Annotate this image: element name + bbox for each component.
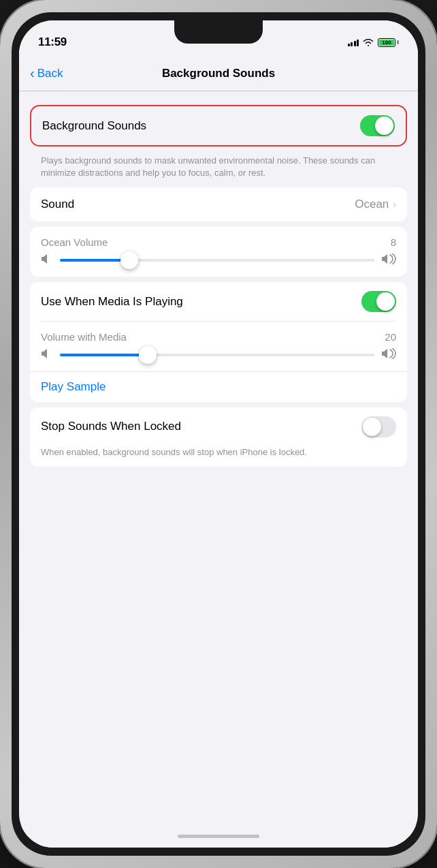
background-sounds-toggle[interactable] [360, 115, 395, 136]
sound-chevron-icon: › [393, 199, 396, 210]
phone-inner: 11:59 [12, 12, 425, 856]
stop-sounds-description: When enabled, background sounds will sto… [30, 446, 407, 467]
status-bar: 11:59 [19, 20, 418, 56]
background-sounds-label: Background Sounds [42, 119, 146, 133]
play-sample-button[interactable]: Play Sample [41, 380, 106, 394]
volume-high-icon [381, 253, 396, 267]
media-volume-high-icon [381, 348, 396, 362]
phone-frame: 11:59 [0, 0, 437, 868]
media-toggle-label: Use When Media Is Playing [41, 295, 183, 309]
sound-label: Sound [41, 198, 74, 211]
play-sample-row: Play Sample [30, 371, 407, 402]
media-toggle[interactable] [361, 291, 396, 312]
battery-label: 100 [378, 40, 395, 46]
home-indicator [19, 824, 418, 848]
back-button[interactable]: ‹ Back [30, 66, 63, 81]
nav-bar: ‹ Back Background Sounds [19, 56, 418, 91]
back-label: Back [37, 67, 63, 80]
ocean-volume-value: 8 [391, 236, 396, 248]
back-chevron-icon: ‹ [30, 65, 35, 81]
media-volume-thumb[interactable] [139, 346, 157, 364]
sound-card: Sound Ocean › [30, 187, 407, 221]
battery-wrapper: 100 [378, 38, 399, 47]
background-sounds-description: Plays background sounds to mask unwanted… [30, 152, 407, 187]
ocean-volume-card: Ocean Volume 8 [30, 227, 407, 277]
ocean-volume-track[interactable] [60, 259, 374, 262]
page-title: Background Sounds [162, 67, 275, 80]
signal-icon [348, 38, 359, 46]
content-area: Background Sounds Plays background sound… [19, 91, 418, 824]
notch [174, 20, 263, 44]
ocean-volume-thumb[interactable] [120, 251, 138, 269]
media-volume-section: Volume with Media 20 [30, 322, 407, 371]
ocean-volume-label-row: Ocean Volume 8 [41, 236, 396, 248]
wifi-icon [363, 38, 374, 46]
sound-value: Ocean [355, 198, 389, 211]
battery-icon: 100 [378, 38, 395, 47]
toggle-knob [375, 117, 393, 135]
ocean-volume-fill [60, 259, 129, 262]
media-card: Use When Media Is Playing Volume with Me… [30, 282, 407, 402]
background-sounds-card: Background Sounds [30, 105, 407, 146]
status-icons: 100 [348, 38, 400, 47]
media-toggle-row: Use When Media Is Playing [30, 282, 407, 321]
sound-value-wrapper: Ocean › [355, 198, 396, 211]
ocean-volume-slider-row [41, 253, 396, 267]
ocean-volume-label: Ocean Volume [41, 236, 108, 248]
media-volume-slider-row [41, 348, 396, 362]
screen: 11:59 [19, 20, 418, 848]
media-volume-track[interactable] [60, 354, 374, 356]
status-time: 11:59 [38, 35, 67, 49]
stop-sounds-toggle-knob [363, 418, 381, 436]
background-sounds-row: Background Sounds [31, 106, 406, 145]
stop-sounds-toggle[interactable] [361, 416, 396, 437]
media-volume-label: Volume with Media [41, 331, 127, 343]
stop-sounds-label: Stop Sounds When Locked [41, 420, 181, 433]
media-toggle-knob [376, 292, 395, 311]
media-volume-fill [60, 354, 148, 356]
stop-sounds-card: Stop Sounds When Locked When enabled, ba… [30, 407, 407, 467]
media-volume-low-icon [41, 348, 53, 362]
stop-sounds-row: Stop Sounds When Locked [30, 407, 407, 446]
media-volume-label-row: Volume with Media 20 [41, 331, 396, 343]
home-bar [178, 835, 259, 838]
volume-low-icon [41, 253, 53, 267]
media-volume-value: 20 [385, 331, 396, 343]
sound-row[interactable]: Sound Ocean › [30, 187, 407, 221]
